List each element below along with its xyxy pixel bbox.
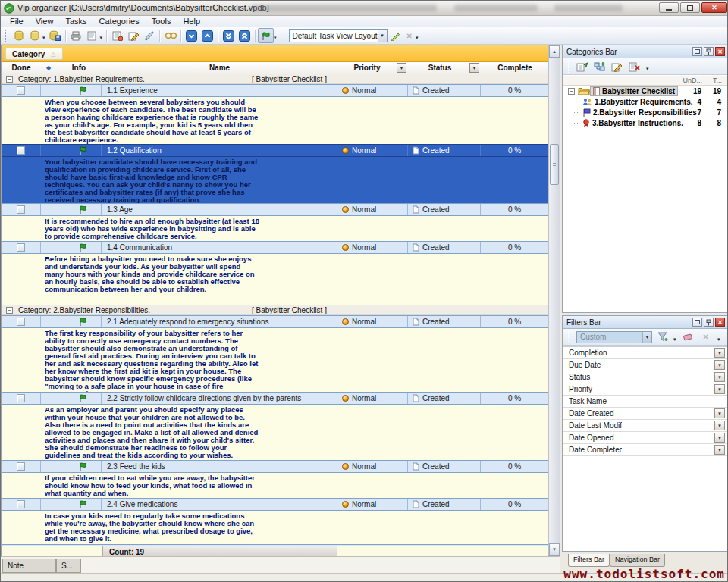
- tree-item-requirements[interactable]: 1.Babysitter Requirements. 4 4: [563, 96, 727, 107]
- group-by-category-button[interactable]: Category △: [5, 48, 63, 60]
- open-database-dropdown-icon[interactable]: ▾: [42, 35, 46, 41]
- task-view-layout-combo[interactable]: Default Task View Layout ▼: [289, 29, 388, 42]
- done-checkbox[interactable]: [17, 146, 25, 155]
- total-column[interactable]: T...: [713, 77, 722, 84]
- open-database-icon[interactable]: [27, 28, 42, 43]
- vertical-scrollbar[interactable]: ▲ ▼: [548, 45, 560, 555]
- task-name[interactable]: 2.4 Give medications: [102, 499, 337, 510]
- scroll-up-icon[interactable]: ▲: [549, 45, 560, 58]
- add-list-icon[interactable]: [576, 61, 588, 72]
- print-icon[interactable]: [68, 28, 84, 43]
- done-checkbox[interactable]: [17, 500, 25, 508]
- done-checkbox[interactable]: [17, 462, 25, 471]
- move-bottom-icon[interactable]: [221, 28, 237, 43]
- done-checkbox[interactable]: [17, 205, 25, 214]
- menu-tasks[interactable]: Tasks: [59, 17, 93, 26]
- panel-close-icon[interactable]: ✕: [715, 318, 725, 327]
- collapse-group-icon[interactable]: −: [6, 76, 13, 83]
- collapse-tree-icon[interactable]: −: [568, 88, 575, 95]
- collapse-group-icon[interactable]: −: [6, 307, 13, 314]
- priority-filter-dropdown-icon[interactable]: ▼: [397, 63, 406, 73]
- minimize-button[interactable]: [659, 2, 679, 13]
- print-dropdown-icon[interactable]: ▾: [100, 35, 103, 41]
- undone-column[interactable]: UnD...: [682, 77, 702, 84]
- filter-dropdown-icon[interactable]: ▼: [714, 433, 725, 443]
- filter-dropdown-icon[interactable]: ▾: [673, 336, 676, 343]
- task-row[interactable]: 2.3 Feed the kids Normal Created 0 %: [2, 460, 548, 473]
- clear-filter-icon[interactable]: [683, 333, 695, 341]
- group-header[interactable]: − Category: 1.Babysitter Requirements. […: [2, 74, 548, 84]
- filter-dropdown-icon[interactable]: ▼: [714, 421, 725, 430]
- task-row[interactable]: 2.2 Strictly follow childcare directions…: [2, 392, 548, 405]
- task-name[interactable]: 2.2 Strictly follow childcare directions…: [102, 393, 337, 404]
- apply-filter-icon[interactable]: [657, 332, 668, 342]
- panel-restore-icon[interactable]: [692, 47, 702, 56]
- new-task-icon[interactable]: [109, 28, 125, 43]
- filter-preset-combo[interactable]: Custom ▼: [576, 331, 652, 343]
- task-row[interactable]: 1.3 Age Normal Created 0 %: [2, 203, 548, 216]
- task-row[interactable]: 1.4 Communication Normal Created 0 %: [2, 241, 548, 254]
- menu-help[interactable]: Help: [177, 17, 206, 26]
- edit-category-icon[interactable]: [611, 61, 623, 72]
- tree-item-responsibilities[interactable]: 2.Babysitter Responsibilities 7 7: [563, 107, 727, 117]
- panel-restore-icon[interactable]: [692, 318, 702, 327]
- task-name[interactable]: 1.2 Qualification: [102, 145, 337, 156]
- scroll-down-icon[interactable]: ▼: [549, 543, 560, 555]
- filter-dropdown-icon[interactable]: ▼: [714, 360, 725, 370]
- view-task-icon[interactable]: [162, 28, 178, 43]
- combo-dropdown-icon[interactable]: ▼: [378, 30, 387, 42]
- panel-pin-icon[interactable]: [704, 318, 714, 327]
- layout-dropdown-icon[interactable]: ▾: [416, 35, 419, 41]
- task-row[interactable]: 2.4 Give medications Normal Created 0 %: [2, 498, 548, 511]
- menu-file[interactable]: File: [4, 17, 30, 26]
- filter-row-date-created[interactable]: Date Created▼: [563, 408, 727, 420]
- task-row[interactable]: 1.1 Experience Normal Created 0 %: [2, 84, 548, 97]
- tab-filters-bar[interactable]: Filters Bar: [568, 554, 610, 567]
- task-name[interactable]: 1.1 Experience: [102, 85, 337, 96]
- move-top-icon[interactable]: [237, 28, 253, 43]
- task-name[interactable]: 2.1 Adequately respond to emergency situ…: [102, 316, 337, 327]
- tab-navigation-bar[interactable]: Navigation Bar: [610, 554, 665, 567]
- column-info[interactable]: Info: [56, 62, 102, 74]
- delete-task-icon[interactable]: [141, 28, 157, 43]
- task-row[interactable]: 2.1 Adequately respond to emergency situ…: [2, 315, 548, 328]
- filter-row-status[interactable]: Status▼: [563, 371, 727, 383]
- filter-row-date-completed[interactable]: Date Completed▼: [563, 444, 727, 456]
- move-up-icon[interactable]: [199, 28, 215, 43]
- menu-tools[interactable]: Tools: [146, 17, 177, 26]
- flag-filter-icon[interactable]: [258, 28, 274, 43]
- filter-dropdown-icon[interactable]: ▼: [714, 408, 725, 418]
- combo-dropdown-icon[interactable]: ▼: [642, 332, 651, 343]
- save-database-icon[interactable]: [47, 28, 63, 43]
- filter-row-completion[interactable]: Completion▼: [563, 347, 727, 359]
- categories-toolbar-dropdown-icon[interactable]: ▾: [646, 66, 649, 72]
- tree-root-checklist[interactable]: − Babysitter Checklist 19 19: [563, 86, 727, 96]
- task-name[interactable]: 1.3 Age: [102, 204, 337, 215]
- column-done[interactable]: Done: [2, 62, 41, 74]
- filter-row-date-opened[interactable]: Date Opened▼: [563, 432, 727, 444]
- panel-pin-icon[interactable]: [704, 47, 714, 56]
- status-filter-dropdown-icon[interactable]: ▼: [469, 63, 479, 73]
- done-checkbox[interactable]: [17, 243, 25, 252]
- flag-dropdown-icon[interactable]: ▾: [274, 35, 277, 41]
- tab-note[interactable]: Note: [2, 559, 56, 573]
- column-status[interactable]: Status: [408, 62, 472, 74]
- panel-close-icon[interactable]: ✕: [715, 47, 725, 56]
- task-name[interactable]: 1.4 Communication: [102, 242, 337, 253]
- tree-item-instructions[interactable]: 3.Babysitter Instructions. 8 8: [563, 117, 727, 128]
- menu-view[interactable]: View: [30, 17, 60, 26]
- filter-row-priority[interactable]: Priority▼: [563, 383, 727, 396]
- menu-categories[interactable]: Categories: [93, 17, 146, 26]
- filter-dropdown-icon[interactable]: ▼: [714, 445, 725, 455]
- move-down-icon[interactable]: [184, 28, 199, 43]
- column-priority[interactable]: Priority: [337, 62, 397, 74]
- edit-layout-icon[interactable]: [388, 28, 403, 43]
- close-button[interactable]: ✕: [701, 2, 727, 13]
- filter-row-date-last-modified[interactable]: Date Last Modified▼: [563, 420, 727, 432]
- done-checkbox[interactable]: [17, 394, 25, 402]
- task-name[interactable]: 2.3 Feed the kids: [102, 461, 337, 472]
- filter-dropdown-icon[interactable]: ▼: [714, 384, 725, 394]
- maximize-button[interactable]: [680, 2, 700, 13]
- task-row-selected[interactable]: 1.2 Qualification Normal Created 0 %: [2, 144, 548, 157]
- delete-layout-icon[interactable]: ✕: [406, 32, 413, 40]
